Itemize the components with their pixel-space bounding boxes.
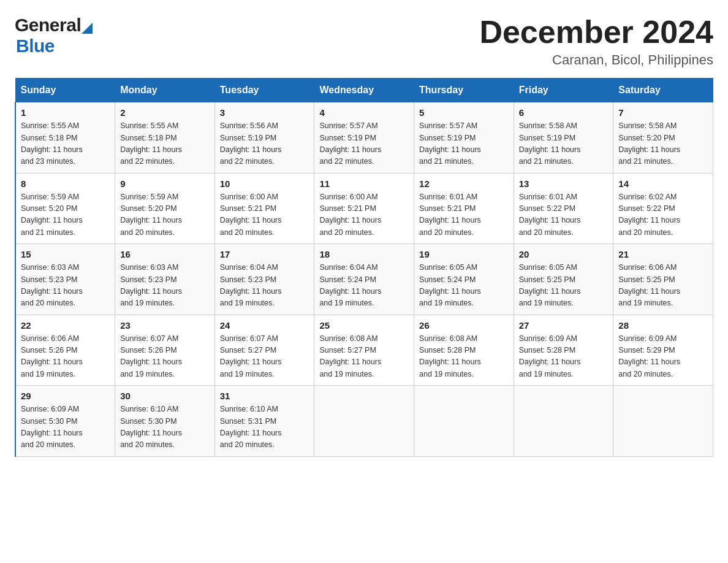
day-info: Sunrise: 6:04 AM Sunset: 5:24 PM Dayligh… [319,262,409,310]
day-info: Sunrise: 6:00 AM Sunset: 5:21 PM Dayligh… [319,191,409,239]
calendar-day-cell: 29Sunrise: 6:09 AM Sunset: 5:30 PM Dayli… [15,386,115,457]
calendar-day-header: Tuesday [214,79,314,102]
day-info: Sunrise: 6:05 AM Sunset: 5:25 PM Dayligh… [519,262,609,310]
calendar-day-cell: 18Sunrise: 6:04 AM Sunset: 5:24 PM Dayli… [314,244,414,315]
logo-blue-text: Blue [16,36,55,56]
calendar-day-cell: 6Sunrise: 5:58 AM Sunset: 5:19 PM Daylig… [514,102,613,174]
month-title: December 2024 [479,15,713,50]
day-info: Sunrise: 6:07 AM Sunset: 5:26 PM Dayligh… [120,333,210,381]
location: Caranan, Bicol, Philippines [479,52,713,68]
calendar-week-row: 15Sunrise: 6:03 AM Sunset: 5:23 PM Dayli… [15,244,713,315]
day-number: 7 [618,107,708,118]
page-header: General Blue December 2024 Caranan, Bico… [15,15,713,68]
calendar-day-header: Saturday [613,79,713,102]
day-info: Sunrise: 5:55 AM Sunset: 5:18 PM Dayligh… [120,120,210,168]
calendar-day-header: Friday [514,79,613,102]
day-info: Sunrise: 5:56 AM Sunset: 5:19 PM Dayligh… [220,120,309,168]
day-info: Sunrise: 6:01 AM Sunset: 5:21 PM Dayligh… [419,191,509,239]
calendar-day-cell: 11Sunrise: 6:00 AM Sunset: 5:21 PM Dayli… [314,173,414,244]
day-info: Sunrise: 6:09 AM Sunset: 5:28 PM Dayligh… [519,333,609,381]
logo-general-text: General [15,15,81,36]
day-number: 6 [519,107,609,118]
day-number: 5 [419,107,509,118]
title-block: December 2024 Caranan, Bicol, Philippine… [479,15,713,68]
day-info: Sunrise: 5:57 AM Sunset: 5:19 PM Dayligh… [319,120,409,168]
calendar-day-cell: 23Sunrise: 6:07 AM Sunset: 5:26 PM Dayli… [115,315,215,386]
calendar-day-header: Wednesday [314,79,414,102]
day-number: 29 [21,391,110,401]
day-info: Sunrise: 6:03 AM Sunset: 5:23 PM Dayligh… [120,262,210,310]
day-info: Sunrise: 6:07 AM Sunset: 5:27 PM Dayligh… [220,333,309,381]
calendar-day-cell: 13Sunrise: 6:01 AM Sunset: 5:22 PM Dayli… [514,173,613,244]
day-number: 18 [319,249,409,259]
day-number: 16 [120,249,210,259]
calendar-day-cell [414,386,514,457]
calendar-day-header: Monday [115,79,215,102]
day-number: 21 [618,249,708,259]
day-number: 19 [419,249,509,259]
calendar-day-cell: 9Sunrise: 5:59 AM Sunset: 5:20 PM Daylig… [115,173,215,244]
day-number: 11 [319,178,409,189]
calendar-day-cell: 17Sunrise: 6:04 AM Sunset: 5:23 PM Dayli… [214,244,314,315]
day-info: Sunrise: 6:08 AM Sunset: 5:27 PM Dayligh… [319,333,409,381]
calendar-day-cell [613,386,713,457]
day-number: 26 [419,320,509,331]
day-number: 14 [618,178,708,189]
calendar-day-header: Thursday [414,79,514,102]
day-number: 13 [519,178,609,189]
calendar-day-cell: 19Sunrise: 6:05 AM Sunset: 5:24 PM Dayli… [414,244,514,315]
calendar-day-cell: 5Sunrise: 5:57 AM Sunset: 5:19 PM Daylig… [414,102,514,174]
logo: General Blue [15,15,93,56]
day-info: Sunrise: 6:01 AM Sunset: 5:22 PM Dayligh… [519,191,609,239]
day-info: Sunrise: 6:09 AM Sunset: 5:29 PM Dayligh… [618,333,708,381]
day-info: Sunrise: 6:06 AM Sunset: 5:26 PM Dayligh… [21,333,110,381]
calendar-day-cell: 21Sunrise: 6:06 AM Sunset: 5:25 PM Dayli… [613,244,713,315]
day-info: Sunrise: 6:10 AM Sunset: 5:30 PM Dayligh… [120,404,210,451]
day-number: 24 [220,320,309,331]
calendar-day-cell: 24Sunrise: 6:07 AM Sunset: 5:27 PM Dayli… [214,315,314,386]
day-number: 8 [21,178,110,189]
day-number: 28 [618,320,708,331]
calendar-day-cell: 10Sunrise: 6:00 AM Sunset: 5:21 PM Dayli… [214,173,314,244]
day-info: Sunrise: 6:09 AM Sunset: 5:30 PM Dayligh… [21,404,110,451]
calendar-week-row: 1Sunrise: 5:55 AM Sunset: 5:18 PM Daylig… [15,102,713,174]
day-number: 3 [220,107,309,118]
calendar-table: SundayMondayTuesdayWednesdayThursdayFrid… [15,78,713,457]
day-info: Sunrise: 5:58 AM Sunset: 5:19 PM Dayligh… [519,120,609,168]
calendar-day-cell: 31Sunrise: 6:10 AM Sunset: 5:31 PM Dayli… [214,386,314,457]
calendar-day-cell: 20Sunrise: 6:05 AM Sunset: 5:25 PM Dayli… [514,244,613,315]
day-number: 10 [220,178,309,189]
day-info: Sunrise: 6:08 AM Sunset: 5:28 PM Dayligh… [419,333,509,381]
day-info: Sunrise: 6:04 AM Sunset: 5:23 PM Dayligh… [220,262,309,310]
calendar-day-cell: 1Sunrise: 5:55 AM Sunset: 5:18 PM Daylig… [15,102,115,174]
calendar-day-cell: 2Sunrise: 5:55 AM Sunset: 5:18 PM Daylig… [115,102,215,174]
calendar-day-cell [514,386,613,457]
calendar-day-cell: 27Sunrise: 6:09 AM Sunset: 5:28 PM Dayli… [514,315,613,386]
day-number: 31 [220,391,309,401]
calendar-day-cell: 12Sunrise: 6:01 AM Sunset: 5:21 PM Dayli… [414,173,514,244]
day-info: Sunrise: 6:03 AM Sunset: 5:23 PM Dayligh… [21,262,110,310]
logo-arrow-icon [82,23,93,34]
day-info: Sunrise: 5:58 AM Sunset: 5:20 PM Dayligh… [618,120,708,168]
calendar-week-row: 22Sunrise: 6:06 AM Sunset: 5:26 PM Dayli… [15,315,713,386]
calendar-day-cell: 26Sunrise: 6:08 AM Sunset: 5:28 PM Dayli… [414,315,514,386]
calendar-day-cell [314,386,414,457]
calendar-day-cell: 16Sunrise: 6:03 AM Sunset: 5:23 PM Dayli… [115,244,215,315]
day-number: 2 [120,107,210,118]
day-number: 4 [319,107,409,118]
day-number: 23 [120,320,210,331]
calendar-day-cell: 4Sunrise: 5:57 AM Sunset: 5:19 PM Daylig… [314,102,414,174]
day-info: Sunrise: 5:59 AM Sunset: 5:20 PM Dayligh… [120,191,210,239]
calendar-header-row: SundayMondayTuesdayWednesdayThursdayFrid… [15,79,713,102]
day-number: 25 [319,320,409,331]
calendar-day-cell: 22Sunrise: 6:06 AM Sunset: 5:26 PM Dayli… [15,315,115,386]
day-number: 20 [519,249,609,259]
calendar-day-cell: 15Sunrise: 6:03 AM Sunset: 5:23 PM Dayli… [15,244,115,315]
day-number: 27 [519,320,609,331]
day-number: 15 [21,249,110,259]
calendar-day-cell: 25Sunrise: 6:08 AM Sunset: 5:27 PM Dayli… [314,315,414,386]
calendar-day-cell: 28Sunrise: 6:09 AM Sunset: 5:29 PM Dayli… [613,315,713,386]
calendar-day-cell: 14Sunrise: 6:02 AM Sunset: 5:22 PM Dayli… [613,173,713,244]
calendar-week-row: 8Sunrise: 5:59 AM Sunset: 5:20 PM Daylig… [15,173,713,244]
day-info: Sunrise: 5:57 AM Sunset: 5:19 PM Dayligh… [419,120,509,168]
